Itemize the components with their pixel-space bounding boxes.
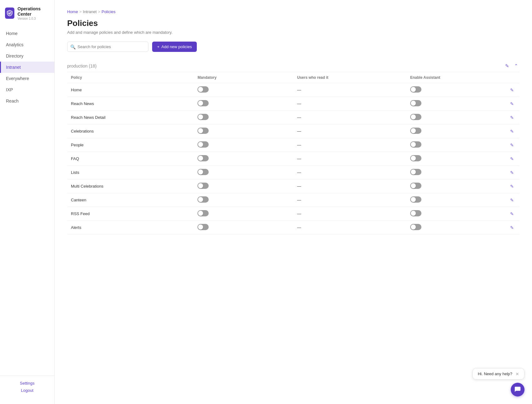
settings-link[interactable]: Settings [5, 381, 49, 386]
cell-enable-assistant [406, 152, 497, 166]
edit-row-button[interactable]: ✎ [508, 114, 516, 121]
toggle-track [410, 183, 421, 189]
section-actions: ✎ ⌃ [504, 63, 520, 69]
toggle-thumb [411, 142, 416, 147]
edit-row-button[interactable]: ✎ [508, 142, 516, 148]
toggle-track [410, 114, 421, 120]
collapse-section-button[interactable]: ⌃ [513, 63, 520, 69]
cell-enable-assistant [406, 124, 497, 138]
cell-actions: ✎ [497, 221, 520, 235]
col-header-users-who-read: Users who read it [293, 72, 406, 83]
cell-policy-name: FAQ [67, 152, 194, 166]
cell-mandatory [194, 179, 293, 193]
mandatory-toggle[interactable] [197, 86, 209, 93]
assistant-toggle[interactable] [410, 183, 421, 189]
toggle-thumb [198, 225, 203, 230]
toggle-thumb [411, 128, 416, 133]
mandatory-toggle[interactable] [197, 100, 209, 106]
edit-row-button[interactable]: ✎ [508, 87, 516, 93]
cell-users-who-read: — [293, 111, 406, 124]
toggle-track [410, 141, 421, 148]
toggle-thumb [411, 169, 416, 174]
breadcrumb-policies[interactable]: Policies [102, 9, 116, 14]
mandatory-toggle[interactable] [197, 183, 209, 189]
logout-link[interactable]: Logout [5, 388, 49, 393]
mandatory-toggle[interactable] [197, 155, 209, 161]
sidebar-item-reach[interactable]: Reach [0, 95, 54, 107]
edit-row-button[interactable]: ✎ [508, 156, 516, 162]
toggle-track [197, 128, 209, 134]
toggle-thumb [411, 183, 416, 188]
cell-mandatory [194, 83, 293, 97]
cell-enable-assistant [406, 193, 497, 207]
app-title: Operations Center [17, 6, 49, 17]
col-header-policy: Policy [67, 72, 194, 83]
sidebar-item-analytics[interactable]: Analytics [0, 39, 54, 50]
mandatory-toggle[interactable] [197, 114, 209, 120]
cell-users-who-read: — [293, 97, 406, 111]
toggle-track [410, 224, 421, 230]
app-name: Operations Center Version 1.0.3 [17, 6, 49, 20]
cell-users-who-read: — [293, 83, 406, 97]
assistant-toggle[interactable] [410, 169, 421, 175]
mandatory-toggle[interactable] [197, 210, 209, 216]
search-input[interactable] [67, 42, 148, 52]
add-new-policies-button[interactable]: + Add new policies [152, 42, 197, 52]
edit-row-button[interactable]: ✎ [508, 101, 516, 107]
mandatory-toggle[interactable] [197, 141, 209, 148]
mandatory-toggle[interactable] [197, 196, 209, 203]
chat-close-button[interactable]: ✕ [515, 372, 519, 376]
toggle-thumb [411, 101, 416, 106]
app-logo-icon [5, 8, 14, 19]
breadcrumb-home[interactable]: Home [67, 9, 78, 14]
toggle-track [197, 141, 209, 148]
app-version: Version 1.0.3 [17, 17, 49, 20]
cell-actions: ✎ [497, 193, 520, 207]
assistant-toggle[interactable] [410, 100, 421, 106]
sidebar-item-everywhere[interactable]: Everywhere [0, 73, 54, 84]
edit-row-button[interactable]: ✎ [508, 225, 516, 231]
sidebar-item-intranet[interactable]: Intranet [0, 62, 54, 73]
assistant-toggle[interactable] [410, 224, 421, 230]
toggle-thumb [198, 142, 203, 147]
col-header-actions [497, 72, 520, 83]
cell-users-who-read: — [293, 207, 406, 221]
assistant-toggle[interactable] [410, 114, 421, 120]
toggle-thumb [198, 169, 203, 174]
page-subtitle: Add and manage policies and define which… [67, 30, 520, 35]
edit-section-button[interactable]: ✎ [504, 63, 510, 69]
add-button-label: Add new policies [162, 44, 192, 49]
sidebar-item-ixp[interactable]: IXP [0, 84, 54, 95]
table-row: Home — ✎ [67, 83, 520, 97]
table-row: RSS Feed — ✎ [67, 207, 520, 221]
cell-actions: ✎ [497, 83, 520, 97]
edit-row-button[interactable]: ✎ [508, 211, 516, 217]
section-count: (18) [89, 63, 97, 68]
assistant-toggle[interactable] [410, 141, 421, 148]
sidebar-item-directory[interactable]: Directory [0, 50, 54, 62]
edit-row-button[interactable]: ✎ [508, 183, 516, 189]
mandatory-toggle[interactable] [197, 169, 209, 175]
sidebar-item-home[interactable]: Home [0, 28, 54, 39]
assistant-toggle[interactable] [410, 210, 421, 216]
edit-row-button[interactable]: ✎ [508, 197, 516, 203]
cell-actions: ✎ [497, 111, 520, 124]
mandatory-toggle[interactable] [197, 128, 209, 134]
chat-open-button[interactable] [511, 383, 525, 396]
edit-row-button[interactable]: ✎ [508, 128, 516, 134]
section-header: production (18) ✎ ⌃ [67, 59, 520, 72]
toggle-thumb [198, 197, 203, 202]
cell-policy-name: Home [67, 83, 194, 97]
cell-policy-name: Reach News [67, 97, 194, 111]
edit-row-button[interactable]: ✎ [508, 169, 516, 176]
main-content: Home > Intranet > Policies Policies Add … [55, 0, 532, 404]
assistant-toggle[interactable] [410, 128, 421, 134]
toggle-track [410, 155, 421, 161]
toggle-track [410, 86, 421, 93]
assistant-toggle[interactable] [410, 155, 421, 161]
assistant-toggle[interactable] [410, 86, 421, 93]
toggle-track [197, 86, 209, 93]
cell-users-who-read: — [293, 166, 406, 179]
assistant-toggle[interactable] [410, 196, 421, 203]
mandatory-toggle[interactable] [197, 224, 209, 230]
